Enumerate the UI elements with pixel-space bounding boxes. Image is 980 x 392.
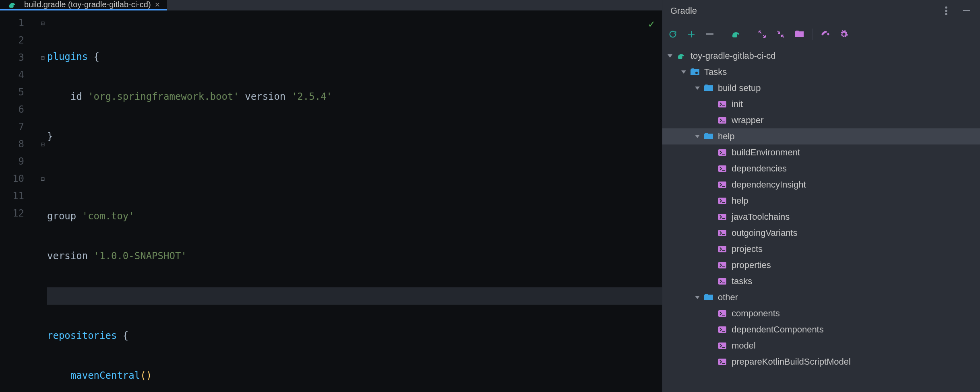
elephant-icon <box>7 1 18 8</box>
minimize-icon[interactable] <box>961 5 972 17</box>
svg-rect-11 <box>718 149 726 156</box>
tree-task-tasks[interactable]: tasks <box>662 273 980 289</box>
tab-build-gradle[interactable]: build.gradle (toy-gradle-gitlab-ci-cd) × <box>0 0 167 10</box>
tree-build-setup-group[interactable]: build setup <box>662 80 980 96</box>
tree-task-dependencies[interactable]: dependencies <box>662 161 980 177</box>
folder-gear-icon <box>703 85 714 92</box>
plus-icon[interactable] <box>686 29 697 40</box>
folder-gear-icon <box>703 294 714 301</box>
svg-rect-9 <box>718 117 726 124</box>
tree-help-group[interactable]: help <box>662 128 980 144</box>
task-icon <box>717 310 728 317</box>
task-icon <box>717 117 728 124</box>
tree-task-javatoolchains[interactable]: javaToolchains <box>662 209 980 225</box>
svg-rect-13 <box>718 165 726 172</box>
execute-icon[interactable] <box>730 29 742 40</box>
svg-point-0 <box>945 6 947 9</box>
tree-task-projects[interactable]: projects <box>662 241 980 257</box>
tree-task-buildenvironment[interactable]: buildEnvironment <box>662 144 980 161</box>
line-number-gutter: 1 2 3 4 5 6 7 8 9 10 11 12 <box>0 10 38 392</box>
tree-task-properties[interactable]: properties <box>662 257 980 273</box>
task-icon <box>717 149 728 156</box>
tree-other-group[interactable]: other <box>662 289 980 305</box>
svg-rect-29 <box>718 310 726 317</box>
svg-rect-23 <box>718 246 726 252</box>
svg-rect-33 <box>718 342 726 349</box>
task-icon <box>717 246 728 252</box>
tree-task-model[interactable]: model <box>662 338 980 354</box>
task-icon <box>717 101 728 107</box>
svg-rect-17 <box>718 198 726 204</box>
svg-rect-3 <box>963 10 970 11</box>
gradle-toolbar <box>662 22 980 46</box>
task-icon <box>717 214 728 220</box>
svg-rect-7 <box>718 101 726 107</box>
svg-rect-4 <box>706 33 713 35</box>
tree-task-help[interactable]: help <box>662 193 980 209</box>
tree-task-outgoingvariants[interactable]: outgoingVariants <box>662 225 980 241</box>
refresh-icon[interactable] <box>667 29 678 40</box>
gradle-tree: toy-gradle-gitlab-ci-cd Tasks build setu… <box>662 46 980 392</box>
task-icon <box>717 359 728 365</box>
folder-gear-icon <box>703 133 714 140</box>
tab-bar: build.gradle (toy-gradle-gitlab-ci-cd) × <box>0 0 662 10</box>
task-icon <box>717 230 728 236</box>
task-icon <box>717 326 728 333</box>
project-structure-icon[interactable] <box>794 29 805 40</box>
svg-rect-35 <box>718 359 726 365</box>
tree-task-init[interactable]: init <box>662 96 980 112</box>
task-icon <box>717 278 728 285</box>
tree-task-dependencyinsight[interactable]: dependencyInsight <box>662 177 980 193</box>
tree-task-components[interactable]: components <box>662 305 980 322</box>
settings-icon[interactable] <box>838 29 850 40</box>
tree-task-wrapper[interactable]: wrapper <box>662 112 980 128</box>
svg-rect-27 <box>718 278 726 285</box>
status-check-icon: ✓ <box>648 18 655 30</box>
task-icon <box>717 342 728 349</box>
svg-point-6 <box>695 72 698 74</box>
tree-task-preparekotlin[interactable]: prepareKotlinBuildScriptModel <box>662 354 980 370</box>
svg-rect-15 <box>718 182 726 188</box>
tree-project-root[interactable]: toy-gradle-gitlab-ci-cd <box>662 48 980 64</box>
fold-column: ⊟⊟⊟⊟ <box>38 10 47 392</box>
task-icon <box>717 165 728 172</box>
more-icon[interactable] <box>941 5 952 17</box>
tree-tasks-group[interactable]: Tasks <box>662 64 980 80</box>
expand-icon[interactable] <box>757 29 768 40</box>
minus-icon[interactable] <box>704 29 715 40</box>
task-icon <box>717 198 728 204</box>
gradle-title: Gradle <box>670 6 697 16</box>
svg-rect-31 <box>718 326 726 333</box>
code-area[interactable]: ✓ plugins { id 'org.springframework.boot… <box>47 10 662 392</box>
svg-point-2 <box>945 13 947 16</box>
editor-pane: build.gradle (toy-gradle-gitlab-ci-cd) ×… <box>0 0 662 392</box>
folder-gear-icon <box>690 68 700 76</box>
offline-icon[interactable] <box>820 29 831 40</box>
svg-rect-19 <box>718 214 726 220</box>
svg-point-1 <box>945 10 947 12</box>
collapse-icon[interactable] <box>775 29 786 40</box>
gradle-tool-window: Gradle toy-gradle-gitlab-ci-cd Tasks <box>662 0 980 392</box>
close-icon[interactable]: × <box>155 0 160 9</box>
editor-body[interactable]: 1 2 3 4 5 6 7 8 9 10 11 12 ⊟⊟⊟⊟ ✓ plugin… <box>0 10 662 392</box>
tree-task-dependentcomponents[interactable]: dependentComponents <box>662 322 980 338</box>
task-icon <box>717 182 728 188</box>
elephant-icon <box>676 52 686 60</box>
tab-title: build.gradle (toy-gradle-gitlab-ci-cd) <box>24 0 151 9</box>
svg-rect-21 <box>718 230 726 236</box>
svg-rect-25 <box>718 262 726 268</box>
task-icon <box>717 262 728 268</box>
gradle-header: Gradle <box>662 0 980 22</box>
